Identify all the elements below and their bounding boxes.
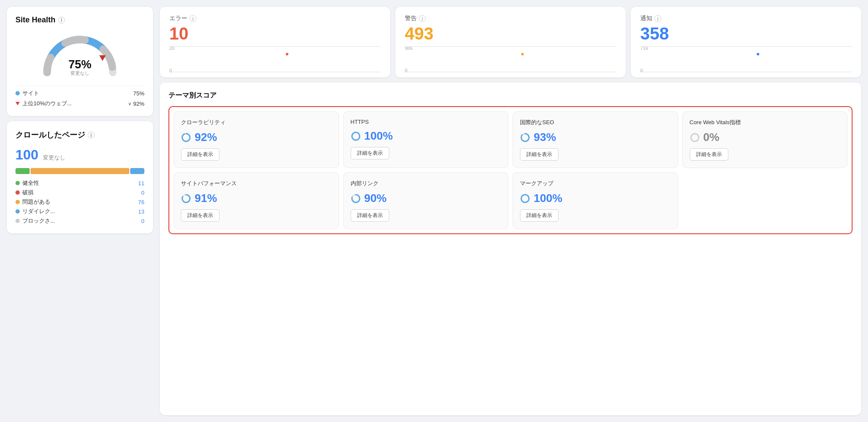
crawled-count-row: 100 変更なし (15, 147, 144, 163)
theme-markup-score-row: 100% (520, 192, 671, 205)
healthy-dot (15, 181, 20, 185)
crawled-label: クロールしたページ (15, 130, 85, 140)
warning-chart: 986 0 (405, 46, 616, 72)
metrics-row: エラー i 10 20 0 警告 i 493 986 0 (160, 7, 861, 77)
theme-internal-links-title: 内部リンク (351, 180, 501, 187)
gauge-legend: サイト 75% 上位10%のウェブ... ∨ 92% (15, 86, 144, 107)
error-bottom-line (169, 72, 381, 72)
crawlability-ring-icon (181, 132, 191, 143)
theme-crawlability-title: クローラビリティ (181, 119, 332, 126)
crawled-pages-card: クロールしたページ i 100 変更なし 健全性 11 破損 (7, 121, 153, 233)
error-top-line (169, 46, 381, 47)
https-detail-btn[interactable]: 詳細を表示 (351, 147, 389, 159)
theme-card-https: HTTPS 100% 詳細を表示 (343, 111, 509, 168)
error-chart: 20 0 (169, 46, 381, 72)
crawled-info-icon[interactable]: i (88, 131, 95, 138)
legend-redirect: リダイレク... 13 (15, 208, 144, 215)
theme-https-title: HTTPS (351, 119, 501, 125)
theme-title: テーマ別スコア (168, 91, 853, 100)
warning-bottom-line (405, 72, 616, 72)
crawled-unchanged: 変更なし (43, 154, 65, 161)
redirect-label: リダイレク... (22, 208, 55, 215)
warning-label: 警告 i (405, 15, 616, 22)
cwv-ring-icon (690, 132, 700, 143)
error-info-icon[interactable]: i (189, 15, 196, 22)
issues-value: 76 (138, 199, 144, 205)
triangle-icon (15, 102, 20, 105)
theme-empty-slot (682, 172, 848, 229)
notice-zero-label: 0 (640, 68, 643, 73)
svg-text:75%: 75% (68, 58, 92, 71)
https-score: 100% (364, 129, 393, 143)
internal-links-detail-btn[interactable]: 詳細を表示 (351, 209, 389, 222)
error-metric-card: エラー i 10 20 0 (160, 7, 390, 77)
theme-international-seo-title: 国際的なSEO (520, 119, 671, 126)
https-ring-icon (351, 131, 361, 141)
performance-score: 91% (195, 192, 217, 205)
theme-card-internal-links: 内部リンク 90% 詳細を表示 (343, 172, 509, 229)
theme-section: テーマ別スコア クローラビリティ 92% 詳細を表示 (160, 83, 861, 415)
svg-point-9 (691, 134, 699, 141)
markup-detail-btn[interactable]: 詳細を表示 (520, 209, 559, 222)
theme-row1: クローラビリティ 92% 詳細を表示 HTTPS (174, 111, 847, 168)
broken-label: 破損 (22, 189, 34, 196)
notice-label: 通知 i (640, 15, 852, 22)
issues-dot (15, 200, 20, 204)
healthy-label: 健全性 (22, 179, 39, 187)
cwv-detail-btn[interactable]: 詳細を表示 (690, 148, 728, 161)
error-dot (286, 53, 288, 55)
theme-performance-score-row: 91% (181, 192, 332, 205)
svg-point-15 (521, 195, 529, 202)
markup-ring-icon (520, 193, 530, 204)
issues-label: 問題がある (22, 198, 50, 206)
redirect-dot (15, 209, 20, 214)
theme-row2: サイトパフォーマンス 91% 詳細を表示 内部リンク (174, 172, 847, 229)
blocked-dot (15, 219, 20, 223)
internal-links-score: 90% (364, 192, 387, 205)
theme-card-crawlability: クローラビリティ 92% 詳細を表示 (174, 111, 339, 168)
broken-dot (15, 190, 20, 195)
broken-value: 0 (141, 190, 144, 196)
site-health-card: Site Health i 75% 変更なし サ (7, 7, 153, 116)
crawled-count: 100 (15, 147, 38, 162)
redirect-value: 13 (138, 208, 144, 215)
performance-ring-icon (181, 193, 191, 204)
legend-blocked: ブロックさ... 0 (15, 217, 144, 225)
bar-healthy (15, 168, 30, 174)
crawled-title: クロールしたページ i (15, 130, 144, 140)
theme-card-cwv: Core Web Vitals指標 0% 詳細を表示 (682, 111, 848, 168)
notice-info-icon[interactable]: i (654, 15, 661, 22)
site-health-title: Site Health i (15, 15, 144, 24)
theme-cwv-title: Core Web Vitals指標 (690, 119, 840, 126)
legend-top10: 上位10%のウェブ... ∨ 92% (15, 100, 144, 107)
theme-grid-wrapper: クローラビリティ 92% 詳細を表示 HTTPS (168, 106, 853, 234)
notice-chart: 716 0 (640, 46, 852, 72)
theme-card-markup: マークアップ 100% 詳細を表示 (513, 172, 678, 229)
top10-label: 上位10%のウェブ... (22, 100, 72, 107)
site-dot (15, 91, 20, 95)
crawled-bar (15, 168, 144, 174)
crawlability-detail-btn[interactable]: 詳細を表示 (181, 148, 220, 161)
error-zero-label: 0 (169, 68, 172, 73)
site-value: 75% (133, 90, 144, 97)
bar-redirect (130, 168, 144, 174)
legend-healthy: 健全性 11 (15, 179, 144, 187)
international-seo-detail-btn[interactable]: 詳細を表示 (520, 148, 559, 161)
warning-value: 493 (405, 24, 616, 43)
left-panel: Site Health i 75% 変更なし サ (7, 7, 153, 415)
blocked-label: ブロックさ... (22, 217, 55, 225)
error-value: 10 (169, 24, 381, 43)
site-health-info-icon[interactable]: i (58, 17, 65, 24)
svg-point-6 (352, 132, 360, 140)
performance-detail-btn[interactable]: 詳細を表示 (181, 209, 220, 222)
crawlability-score: 92% (195, 131, 217, 144)
chevron-down-icon: ∨ (128, 101, 131, 107)
theme-internal-links-score-row: 90% (351, 192, 501, 205)
theme-card-performance: サイトパフォーマンス 91% 詳細を表示 (174, 172, 339, 229)
theme-cwv-score-row: 0% (690, 131, 840, 144)
warning-info-icon[interactable]: i (419, 15, 426, 22)
notice-metric-card: 通知 i 358 716 0 (631, 7, 861, 77)
bar-issues (31, 168, 129, 174)
healthy-value: 11 (138, 180, 144, 187)
theme-markup-title: マークアップ (520, 180, 671, 187)
